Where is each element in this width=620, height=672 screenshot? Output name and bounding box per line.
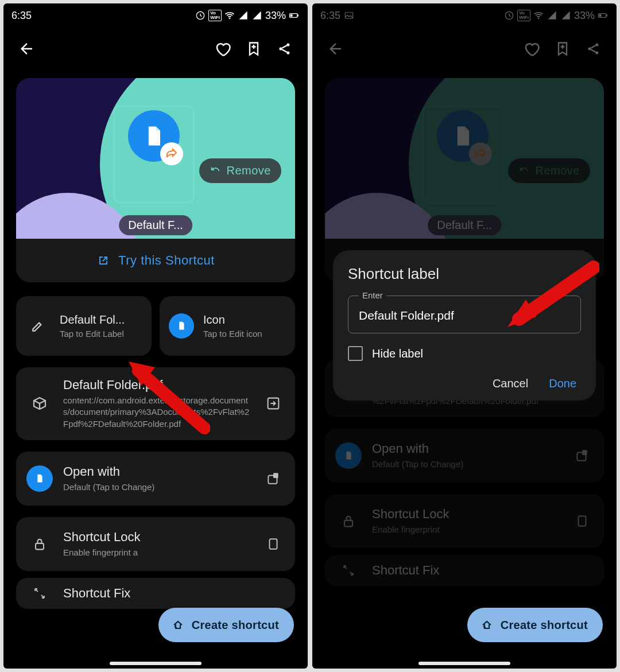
icon-title: Icon [203, 313, 262, 327]
field-label: Enter [359, 290, 386, 300]
edit-label-tile[interactable]: Default Fol... Tap to Edit Label [16, 296, 152, 356]
share-button[interactable] [272, 36, 297, 61]
bookmark-outline-icon [266, 537, 281, 551]
expand-icon [33, 586, 46, 600]
lock-title: Shortcut Lock [63, 530, 251, 545]
label-title: Default Fol... [60, 313, 125, 327]
fix-title: Shortcut Fix [63, 586, 285, 601]
shortcut-lock-card[interactable]: Shortcut Lock Enable fingerprint a [16, 517, 295, 571]
edit-icon-tile[interactable]: Icon Tap to Edit icon [160, 296, 295, 356]
battery-icon [288, 10, 300, 21]
icon-sub: Tap to Edit icon [203, 329, 262, 339]
open-with-card[interactable]: Open with Default (Tap to Change) [16, 452, 295, 506]
shortcut-preview-label: Default F... [119, 215, 192, 235]
file-icon [141, 123, 166, 149]
openwith-title: Open with [63, 464, 251, 479]
bookmark-button[interactable] [241, 36, 266, 61]
create-shortcut-fab[interactable]: Create shortcut [467, 608, 603, 642]
preview-wallpaper: Default F... Remove [16, 78, 295, 239]
file-icon [33, 472, 46, 485]
wifi-icon [224, 10, 235, 21]
hide-label-row[interactable]: Hide label [348, 346, 581, 361]
back-button[interactable] [14, 36, 39, 61]
hide-label-text: Hide label [372, 347, 423, 360]
open-external-icon [96, 254, 110, 267]
package-icon [31, 395, 48, 412]
phone-screenshot-right: 6:35 Vo WiFi 33% [312, 3, 617, 669]
file-title: Default Folder.pdf [63, 378, 251, 393]
label-field[interactable]: Enter [348, 296, 581, 333]
vowifi-icon: Vo WiFi [208, 10, 222, 21]
done-button[interactable]: Done [549, 377, 576, 390]
preview-card: Default F... Remove Try this Shortcut [16, 78, 295, 282]
label-input[interactable] [359, 309, 570, 323]
remove-button[interactable]: Remove [199, 158, 281, 183]
add-home-icon [480, 618, 494, 632]
file-target-card[interactable]: Default Folder.pdf content://com.android… [16, 367, 295, 440]
update-icon [195, 10, 206, 21]
lock-sub: Enable fingerprint a [63, 547, 251, 558]
create-shortcut-fab[interactable]: Create shortcut [158, 608, 294, 642]
openwith-sub: Default (Tap to Change) [63, 481, 251, 493]
status-time: 6:35 [11, 10, 32, 22]
share-icon [277, 41, 293, 57]
heart-icon [214, 40, 231, 57]
shortcut-file-icon [128, 110, 180, 162]
pencil-icon [30, 318, 45, 333]
shortcut-fix-card[interactable]: Shortcut Fix [16, 578, 295, 609]
shortcut-label-dialog: Shortcut label Enter Hide label Cancel D… [333, 250, 596, 401]
enter-icon [265, 395, 281, 411]
cell-signal-icon [238, 10, 249, 21]
popout-icon [266, 471, 281, 486]
content-area: Default F... Remove Try this Shortcut De… [3, 70, 308, 609]
favorite-button[interactable] [210, 36, 235, 61]
file-icon [175, 320, 188, 332]
cancel-button[interactable]: Cancel [493, 377, 528, 390]
try-shortcut-button[interactable]: Try this Shortcut [16, 239, 295, 282]
lock-icon [32, 536, 48, 552]
undo-icon [210, 165, 222, 177]
battery-text: 33% [265, 10, 286, 22]
label-sub: Tap to Edit Label [60, 329, 125, 339]
phone-screenshot-left: 6:35 Vo WiFi 33% [3, 3, 308, 669]
hide-label-checkbox[interactable] [348, 346, 363, 361]
cell-signal-icon [251, 10, 263, 21]
share-badge-icon [160, 142, 183, 165]
nav-handle[interactable] [110, 662, 202, 665]
bookmark-add-icon [246, 41, 262, 57]
add-home-icon [171, 618, 185, 632]
action-bar [3, 28, 308, 70]
arrow-left-icon [18, 40, 35, 57]
file-uri: content://com.android.externalstorage.do… [63, 395, 251, 430]
dialog-title: Shortcut label [348, 265, 581, 283]
nav-handle[interactable] [418, 662, 510, 665]
shortcut-icon-frame [114, 106, 194, 203]
status-bar: 6:35 Vo WiFi 33% [3, 3, 308, 28]
